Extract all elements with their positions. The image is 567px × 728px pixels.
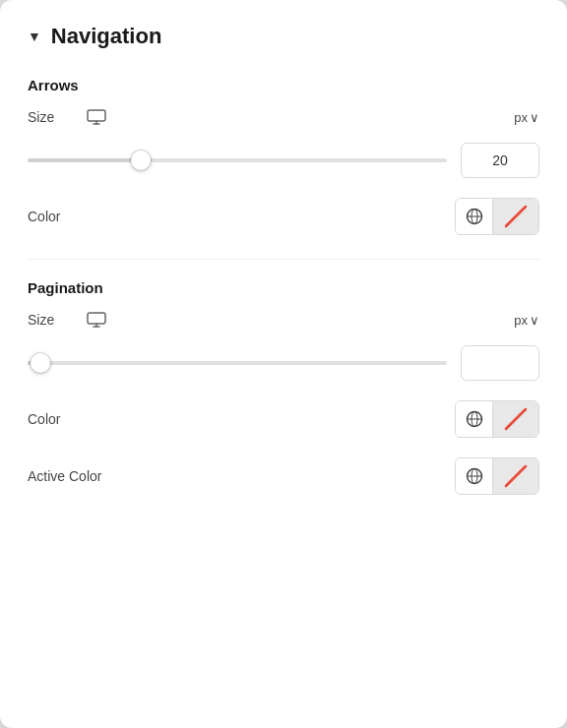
pagination-size-row: Size px ∨: [28, 312, 539, 328]
pagination-global-color-button[interactable]: [456, 401, 493, 437]
pagination-active-global-color-button[interactable]: [456, 458, 493, 494]
arrows-slider-fill: [28, 158, 141, 162]
arrows-slider-thumb[interactable]: [131, 151, 151, 170]
pagination-color-label: Color: [28, 411, 87, 427]
pagination-monitor-icon: [87, 312, 106, 328]
arrows-size-unit-dropdown[interactable]: px ∨: [514, 110, 539, 125]
pagination-slider-track: [28, 361, 447, 365]
pagination-no-color-icon: [502, 405, 530, 433]
arrows-size-unit-label: px: [514, 110, 528, 125]
arrows-slider-track: [28, 158, 447, 162]
navigation-panel: ▼ Navigation Arrows Size px ∨: [0, 0, 567, 728]
svg-line-17: [506, 466, 526, 486]
pagination-size-label: Size: [28, 312, 87, 328]
pagination-slider-row: [28, 345, 539, 381]
pagination-size-unit-chevron: ∨: [530, 313, 539, 328]
arrows-slider-row: [28, 143, 539, 178]
pagination-size-unit-dropdown[interactable]: px ∨: [514, 313, 539, 328]
svg-rect-7: [88, 313, 105, 324]
pagination-size-input[interactable]: [461, 345, 539, 381]
arrows-no-color-icon: [502, 203, 530, 230]
pagination-size-unit-label: px: [514, 313, 528, 328]
arrows-section: Arrows Size px ∨: [28, 77, 539, 235]
pagination-section: Pagination Size px ∨: [28, 279, 539, 495]
arrows-size-input[interactable]: [461, 143, 539, 178]
arrows-color-button-group: [455, 198, 539, 235]
pagination-color-row: Color: [28, 400, 539, 438]
section-header: ▼ Navigation: [28, 24, 539, 49]
arrows-title: Arrows: [28, 77, 539, 93]
pagination-title: Pagination: [28, 279, 539, 296]
pagination-active-no-color-icon: [502, 462, 530, 490]
arrows-color-row: Color: [28, 198, 539, 235]
arrows-color-swatch-button[interactable]: [493, 199, 538, 234]
arrows-size-label: Size: [28, 109, 87, 125]
pagination-active-color-swatch-button[interactable]: [493, 458, 538, 494]
svg-rect-0: [88, 110, 105, 121]
arrows-global-color-button[interactable]: [456, 199, 493, 234]
pagination-color-button-group: [455, 400, 539, 438]
pagination-active-color-row: Active Color: [28, 457, 539, 495]
monitor-icon: [87, 109, 106, 125]
arrows-size-unit-chevron: ∨: [530, 110, 539, 125]
pagination-slider-thumb[interactable]: [31, 353, 50, 373]
svg-line-6: [506, 207, 526, 226]
arrows-color-label: Color: [28, 209, 87, 224]
section-divider: [28, 259, 539, 260]
collapse-icon[interactable]: ▼: [28, 29, 41, 44]
pagination-color-swatch-button[interactable]: [493, 401, 538, 437]
svg-line-13: [506, 409, 526, 429]
section-title: Navigation: [51, 24, 161, 49]
pagination-active-color-label: Active Color: [28, 468, 101, 484]
arrows-size-row: Size px ∨: [28, 109, 539, 125]
pagination-active-color-button-group: [455, 457, 539, 495]
